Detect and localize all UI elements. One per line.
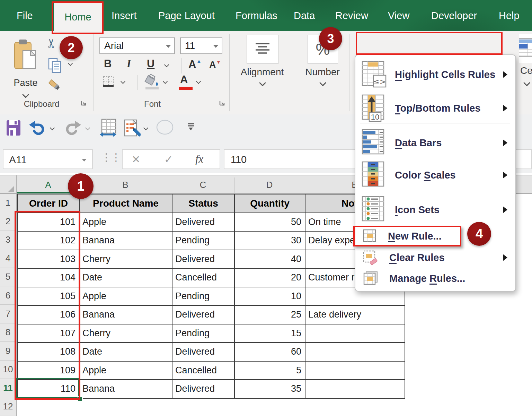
row-header-7[interactable]: 7 xyxy=(0,305,16,323)
row-header-4[interactable]: 4 xyxy=(0,249,16,268)
table-cell[interactable]: Delivered xyxy=(172,343,235,362)
tab-review[interactable]: Review xyxy=(335,0,368,31)
cell-styles-chevron[interactable] xyxy=(523,79,530,86)
italic-button[interactable]: I xyxy=(127,58,131,70)
table-header-cell[interactable]: Status xyxy=(172,194,235,213)
tab-file[interactable]: File xyxy=(17,0,33,31)
tab-help[interactable]: Help xyxy=(499,0,520,31)
menu-item-clear-rules[interactable]: Clear Rules xyxy=(357,249,513,266)
tab-developer[interactable]: Developer xyxy=(431,0,477,31)
column-header-b[interactable]: B xyxy=(122,175,128,194)
menu-item-icon-sets[interactable]: Icon Sets xyxy=(357,195,513,225)
font-name-select[interactable]: Arial xyxy=(99,37,175,54)
table-cell[interactable]: 105 xyxy=(18,287,80,306)
font-color-button[interactable]: A xyxy=(180,73,188,86)
fill-handle[interactable] xyxy=(78,396,83,401)
name-box-caret[interactable] xyxy=(82,159,87,162)
underline-dropdown-chevron[interactable] xyxy=(164,62,169,67)
table-cell[interactable]: 60 xyxy=(235,343,305,362)
table-cell[interactable]: Date xyxy=(80,343,172,362)
table-header-cell[interactable]: Order ID xyxy=(18,194,80,213)
table-cell[interactable]: Delivered xyxy=(172,250,235,269)
table-cell[interactable]: Cancelled xyxy=(172,269,235,287)
table-cell[interactable]: Banana xyxy=(80,232,172,250)
table-cell[interactable]: Cherry xyxy=(80,324,172,343)
font-size-select[interactable]: 11 xyxy=(180,37,222,54)
table-cell[interactable]: 108 xyxy=(18,343,80,362)
font-dialog-launcher[interactable] xyxy=(219,100,226,107)
confirm-entry-icon[interactable]: ✓ xyxy=(164,153,173,165)
cancel-entry-icon[interactable]: ✕ xyxy=(132,153,140,165)
table-cell[interactable]: Cherry xyxy=(80,250,172,269)
name-box[interactable]: A11 xyxy=(3,149,93,169)
alignment-group-button[interactable] xyxy=(247,35,278,64)
row-header-3[interactable]: 3 xyxy=(0,231,16,249)
alignment-expand-chevron[interactable] xyxy=(259,79,266,86)
undo-dropdown-chevron[interactable] xyxy=(50,125,55,130)
tab-data[interactable]: Data xyxy=(294,0,315,31)
table-cell[interactable]: 101 xyxy=(18,213,80,232)
column-header-c[interactable]: C xyxy=(200,175,206,194)
table-cell[interactable]: 107 xyxy=(18,324,80,343)
decrease-font-button[interactable]: A▼ xyxy=(209,59,221,70)
fill-color-dropdown-chevron[interactable] xyxy=(163,79,168,84)
tab-formulas[interactable]: Formulas xyxy=(236,0,277,31)
table-cell[interactable]: 30 xyxy=(235,232,305,250)
menu-item-manage-rules[interactable]: Manage Rules... xyxy=(357,270,513,287)
number-expand-chevron[interactable] xyxy=(319,79,326,86)
table-cell[interactable]: 25 xyxy=(235,306,305,324)
tab-insert[interactable]: Insert xyxy=(112,0,137,31)
table-cell[interactable]: 102 xyxy=(18,232,80,250)
table-cell[interactable]: 5 xyxy=(235,362,305,380)
table-cell[interactable]: 40 xyxy=(235,250,305,269)
table-cell[interactable]: Apple xyxy=(80,287,172,306)
table-cell[interactable]: Pending xyxy=(172,287,235,306)
table-cell[interactable] xyxy=(305,362,405,380)
table-cell[interactable]: 104 xyxy=(18,269,80,287)
table-cell[interactable] xyxy=(305,324,405,343)
table-cell[interactable]: Apple xyxy=(80,213,172,232)
font-color-dropdown-chevron[interactable] xyxy=(196,79,201,84)
paste-dropdown-chevron[interactable] xyxy=(22,91,29,98)
table-cell[interactable]: 50 xyxy=(235,213,305,232)
column-header-a[interactable]: A xyxy=(45,175,51,194)
bold-button[interactable]: B xyxy=(104,58,112,70)
increase-font-button[interactable]: A▲ xyxy=(188,58,202,71)
cut-icon[interactable]: ✂ xyxy=(44,38,59,49)
table-cell[interactable]: 110 xyxy=(18,380,80,399)
table-cell[interactable]: Delivered xyxy=(172,306,235,324)
menu-item-top-bottom-rules[interactable]: 10 Top/Bottom Rules xyxy=(357,93,513,123)
table-cell[interactable]: 103 xyxy=(18,250,80,269)
table-cell[interactable]: Pending xyxy=(172,324,235,343)
row-header-12[interactable]: 12 xyxy=(0,397,16,416)
form-dropdown-chevron[interactable] xyxy=(143,125,148,130)
redo-dropdown-chevron[interactable] xyxy=(85,125,90,130)
row-header-2[interactable]: 2 xyxy=(0,212,16,231)
table-cell[interactable]: Late delivery xyxy=(305,306,405,324)
clipboard-dialog-launcher[interactable] xyxy=(80,100,87,107)
table-cell[interactable]: Apple xyxy=(80,362,172,380)
table-cell[interactable]: Delivered xyxy=(172,213,235,232)
select-all-corner[interactable] xyxy=(0,175,17,193)
formula-bar-drag-handle[interactable]: ⋮⋮ xyxy=(101,151,121,163)
underline-button[interactable]: U xyxy=(147,58,154,70)
table-cell[interactable]: Pending xyxy=(172,232,235,250)
row-header-6[interactable]: 6 xyxy=(0,286,16,305)
row-header-11[interactable]: 11 xyxy=(0,379,16,397)
table-cell[interactable]: Banana xyxy=(80,306,172,324)
tab-view[interactable]: View xyxy=(388,0,409,31)
table-cell[interactable] xyxy=(305,380,405,399)
row-header-5[interactable]: 5 xyxy=(0,268,16,286)
row-header-9[interactable]: 9 xyxy=(0,342,16,360)
cell-styles-button[interactable] xyxy=(519,34,532,63)
menu-item-data-bars[interactable]: Data Bars xyxy=(357,128,513,158)
table-cell[interactable]: Delivered xyxy=(172,380,235,399)
copy-dropdown-chevron[interactable] xyxy=(68,61,73,66)
table-cell[interactable]: 109 xyxy=(18,362,80,380)
row-header-10[interactable]: 10 xyxy=(0,361,16,379)
row-header-8[interactable]: 8 xyxy=(0,323,16,342)
column-header-d[interactable]: D xyxy=(266,175,273,194)
tab-home[interactable]: Home xyxy=(54,3,102,31)
table-cell[interactable]: Banana xyxy=(80,380,172,399)
menu-item-color-scales[interactable]: Color Scales xyxy=(357,160,513,190)
